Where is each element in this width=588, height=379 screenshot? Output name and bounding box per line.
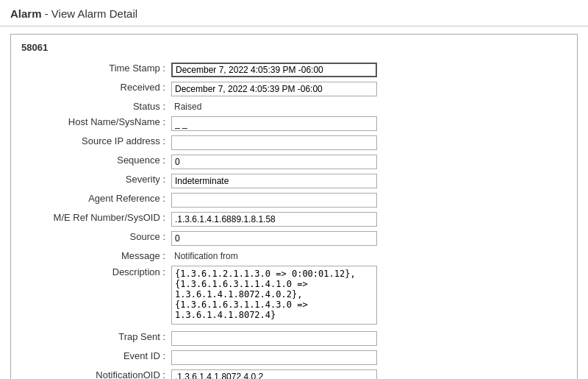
main-content: 58061 Time Stamp : Received : Status : R…	[0, 26, 588, 379]
sequence-input[interactable]	[171, 155, 377, 169]
event-id-label: Event ID :	[21, 348, 168, 367]
alarm-box: 58061 Time Stamp : Received : Status : R…	[10, 34, 578, 379]
row-timestamp: Time Stamp :	[21, 60, 567, 79]
source-value-cell	[168, 229, 567, 248]
row-received: Received :	[21, 79, 567, 99]
status-label: Status :	[21, 99, 168, 114]
description-label: Description :	[21, 263, 168, 329]
agent-ref-label: Agent Reference :	[21, 191, 168, 210]
sequence-label: Sequence :	[21, 152, 168, 171]
page-title-rest: - View Alarm Detail	[42, 7, 138, 20]
row-status: Status : Raised	[21, 99, 567, 114]
received-input[interactable]	[171, 82, 377, 96]
status-value-cell: Raised	[168, 99, 567, 114]
hostname-input[interactable]	[171, 116, 377, 131]
page-header: Alarm - View Alarm Detail	[0, 0, 588, 26]
message-label: Message :	[21, 248, 168, 263]
message-text: Notification from	[171, 249, 241, 263]
event-id-value-cell	[168, 348, 567, 367]
trap-sent-value-cell	[168, 329, 567, 348]
form-table: Time Stamp : Received : Status : Raised …	[21, 60, 567, 379]
page-title-bold: Alarm	[10, 7, 42, 20]
row-hostname: Host Name/SysName :	[21, 114, 567, 133]
row-notification-oid: NotificationOID :	[21, 367, 567, 379]
event-id-input[interactable]	[171, 350, 377, 365]
row-source-ip: Source IP address :	[21, 133, 567, 152]
source-ip-value-cell	[168, 133, 567, 152]
page-title: Alarm - View Alarm Detail	[10, 7, 137, 20]
hostname-value-cell	[168, 114, 567, 133]
hostname-label: Host Name/SysName :	[21, 114, 168, 133]
message-value-cell: Notification from	[168, 248, 567, 263]
description-textarea[interactable]: {1.3.6.1.2.1.1.3.0 => 0:00:01.12}, {1.3.…	[171, 266, 377, 325]
notification-oid-input[interactable]	[171, 369, 377, 379]
notification-oid-value-cell	[168, 367, 567, 379]
agent-ref-value-cell	[168, 191, 567, 210]
severity-label: Severity :	[21, 171, 168, 191]
timestamp-input[interactable]	[171, 63, 377, 77]
description-value-cell: {1.3.6.1.2.1.1.3.0 => 0:00:01.12}, {1.3.…	[168, 263, 567, 329]
timestamp-value-cell	[168, 60, 567, 79]
row-event-id: Event ID :	[21, 348, 567, 367]
severity-value-cell	[168, 171, 567, 191]
me-ref-label: M/E Ref Number/SysOID :	[21, 210, 168, 229]
row-description: Description : {1.3.6.1.2.1.1.3.0 => 0:00…	[21, 263, 567, 329]
source-label: Source :	[21, 229, 168, 248]
notification-oid-label: NotificationOID :	[21, 367, 168, 379]
row-trap-sent: Trap Sent :	[21, 329, 567, 348]
status-text: Raised	[171, 100, 204, 113]
trap-sent-input[interactable]	[171, 331, 377, 346]
source-input[interactable]	[171, 231, 377, 246]
row-severity: Severity :	[21, 171, 567, 191]
source-ip-input[interactable]	[171, 135, 377, 150]
source-ip-label: Source IP address :	[21, 133, 168, 152]
row-source: Source :	[21, 229, 567, 248]
trap-sent-label: Trap Sent :	[21, 329, 168, 348]
me-ref-input[interactable]	[171, 212, 377, 227]
row-message: Message : Notification from	[21, 248, 567, 263]
me-ref-value-cell	[168, 210, 567, 229]
agent-ref-input[interactable]	[171, 193, 377, 208]
row-me-ref: M/E Ref Number/SysOID :	[21, 210, 567, 229]
timestamp-label: Time Stamp :	[21, 60, 168, 79]
severity-input[interactable]	[171, 174, 377, 188]
received-label: Received :	[21, 79, 168, 99]
row-sequence: Sequence :	[21, 152, 567, 171]
row-agent-ref: Agent Reference :	[21, 191, 567, 210]
alarm-id: 58061	[21, 42, 567, 53]
received-value-cell	[168, 79, 567, 99]
sequence-value-cell	[168, 152, 567, 171]
